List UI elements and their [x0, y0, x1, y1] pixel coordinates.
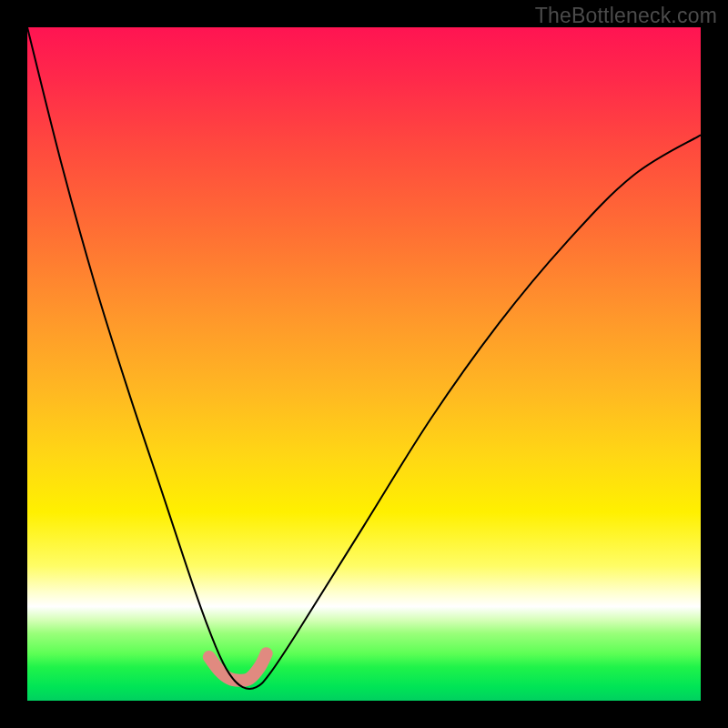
- plot-area: [27, 27, 701, 701]
- bottom-highlight-path: [209, 653, 267, 681]
- figure-container: TheBottleneck.com: [0, 0, 728, 728]
- chart-svg: [27, 27, 701, 701]
- bottleneck-curve-path: [27, 27, 701, 689]
- watermark-text: TheBottleneck.com: [535, 4, 717, 28]
